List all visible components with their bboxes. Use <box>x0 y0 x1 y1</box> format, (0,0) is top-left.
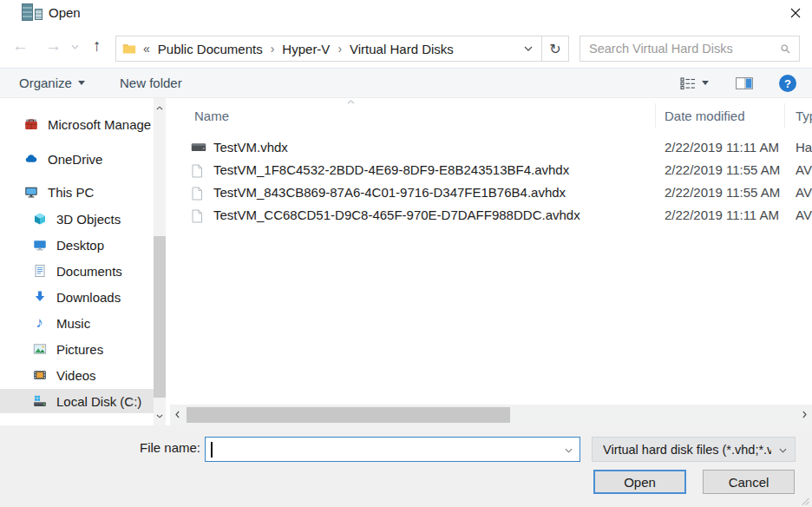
breadcrumb-overflow-chevrons[interactable]: « <box>143 42 150 56</box>
help-button[interactable]: ? <box>779 75 796 92</box>
file-date-modified: 2/22/2019 11:55 AM <box>665 185 780 200</box>
address-bar[interactable]: « Public Documents › Hyper-V › Virtual H… <box>115 36 542 62</box>
file-name-label: File name: <box>102 440 200 455</box>
sidebar-item-local-disk-c[interactable]: Local Disk (C:) <box>0 389 154 413</box>
sidebar-item-label: This PC <box>48 185 94 200</box>
hyperv-app-icon <box>22 3 44 22</box>
refresh-button[interactable]: ↻ <box>542 36 569 62</box>
sidebar-item-label: Music <box>56 316 90 331</box>
sidebar-item-label: Microsoft Manage <box>48 117 151 132</box>
folder-icon <box>122 43 136 55</box>
file-name[interactable]: TestVM_843CB869-87A6-4C01-9716-D347FE1B7… <box>213 185 566 200</box>
file-row[interactable]: TestVM_CC68CD51-D9C8-465F-970E-D7DAFF988… <box>170 205 812 227</box>
sidebar-item-pictures[interactable]: Pictures <box>0 337 154 361</box>
onedrive-cloud-icon <box>23 152 38 166</box>
search-box <box>580 36 800 62</box>
preview-pane-button[interactable] <box>736 69 753 97</box>
open-dialog: Open ← → ↑ « Public Documents › Hyper-V … <box>0 0 812 507</box>
breadcrumb-virtual-hard-disks[interactable]: Virtual Hard Disks <box>342 42 462 56</box>
file-type: AVH <box>796 162 812 177</box>
navigation-pane: Microsoft Manage OneDrive This PC 3D Obj… <box>0 98 154 425</box>
sidebar-item-music[interactable]: ♪ Music <box>0 311 154 335</box>
file-row[interactable]: TestVM.vhdx 2/22/2019 11:11 AM Ha <box>170 137 812 160</box>
resize-grip-icon[interactable] <box>801 497 809 505</box>
picture-icon <box>32 342 47 356</box>
horizontal-scrollbar[interactable] <box>170 405 812 425</box>
file-date-modified: 2/22/2019 11:55 AM <box>665 162 780 177</box>
column-header-name[interactable]: Name <box>194 109 229 123</box>
sidebar-scrollbar[interactable] <box>154 98 166 425</box>
sidebar-item-microsoft-management[interactable]: Microsoft Manage <box>0 112 154 136</box>
file-list: Name Date modified Typ TestVM.vhdx 2/22/… <box>170 98 812 405</box>
file-name[interactable]: TestVM.vhdx <box>213 140 288 155</box>
cancel-button[interactable]: Cancel <box>703 470 795 494</box>
close-button[interactable] <box>784 3 807 23</box>
search-icon <box>781 44 790 54</box>
organize-label: Organize <box>19 76 72 90</box>
close-icon <box>790 8 801 18</box>
sidebar-scrollbar-thumb[interactable] <box>154 236 166 398</box>
file-name-combobox[interactable] <box>205 437 580 462</box>
file-type-dropdown[interactable]: Virtual hard disk files (*.vhd;*.v <box>592 437 796 462</box>
horizontal-scrollbar-thumb[interactable] <box>187 407 510 423</box>
help-icon: ? <box>784 77 791 90</box>
sidebar-item-this-pc[interactable]: This PC <box>0 180 154 204</box>
file-name[interactable]: TestVM_CC68CD51-D9C8-465F-970E-D7DAFF988… <box>213 207 580 222</box>
breadcrumb-public-documents[interactable]: Public Documents <box>150 42 271 56</box>
server-icon <box>22 3 33 21</box>
new-folder-button[interactable]: New folder <box>120 69 182 97</box>
file-name[interactable]: TestVM_1F8C4532-2BDD-4E69-8DF9-E8B243513… <box>213 162 569 177</box>
up-button[interactable]: ↑ <box>93 36 102 56</box>
dropdown-caret-icon <box>702 81 709 85</box>
download-arrow-icon <box>32 290 47 304</box>
sidebar-item-videos[interactable]: Videos <box>0 363 154 387</box>
sidebar-item-desktop[interactable]: Desktop <box>0 233 154 257</box>
file-icon <box>191 164 203 178</box>
scroll-left-icon[interactable] <box>175 411 180 418</box>
sidebar-item-label: Desktop <box>56 238 104 253</box>
sidebar-item-label: Videos <box>56 368 96 383</box>
organize-button[interactable]: Organize <box>19 69 85 97</box>
server-small-icon <box>35 9 43 20</box>
column-divider[interactable] <box>784 103 785 128</box>
sidebar-item-label: 3D Objects <box>56 212 121 227</box>
column-divider[interactable] <box>655 103 656 128</box>
combobox-chevron-icon[interactable] <box>565 448 573 453</box>
cube-icon <box>32 212 47 226</box>
forward-button[interactable]: → <box>45 36 62 56</box>
dropdown-caret-icon <box>78 81 85 85</box>
scroll-right-icon[interactable] <box>802 411 807 418</box>
breadcrumb-hyper-v[interactable]: Hyper-V <box>274 42 337 56</box>
file-row[interactable]: TestVM_843CB869-87A6-4C01-9716-D347FE1B7… <box>170 182 812 205</box>
file-date-modified: 2/22/2019 11:11 AM <box>665 140 779 155</box>
address-dropdown-chevron-icon[interactable] <box>524 46 533 51</box>
sidebar-item-label: Pictures <box>56 342 103 357</box>
file-row[interactable]: TestVM_1F8C4532-2BDD-4E69-8DF9-E8B243513… <box>170 160 812 182</box>
file-type: AVH <box>796 185 812 200</box>
column-header-date-modified[interactable]: Date modified <box>665 109 745 123</box>
file-type: Ha <box>796 140 812 155</box>
title-bar: Open <box>0 0 812 26</box>
sidebar-item-downloads[interactable]: Downloads <box>0 285 154 309</box>
change-view-button[interactable] <box>680 69 709 97</box>
back-button[interactable]: ← <box>12 36 29 56</box>
recent-locations-chevron-icon[interactable] <box>71 44 79 49</box>
sidebar-item-documents[interactable]: Documents <box>0 259 154 283</box>
document-icon <box>32 264 47 278</box>
file-type: AVH <box>796 207 812 222</box>
new-folder-label: New folder <box>120 76 182 90</box>
sidebar-item-3d-objects[interactable]: 3D Objects <box>0 207 154 231</box>
column-header-type[interactable]: Typ <box>796 109 812 123</box>
file-type-value: Virtual hard disk files (*.vhd;*.v <box>603 443 771 457</box>
open-button[interactable]: Open <box>593 470 686 494</box>
window-title: Open <box>49 5 81 20</box>
computer-icon <box>23 185 38 199</box>
scroll-up-icon[interactable] <box>156 106 163 110</box>
file-icon <box>191 209 203 223</box>
sidebar-item-onedrive[interactable]: OneDrive <box>0 147 154 171</box>
preview-pane-icon <box>736 77 753 89</box>
hard-drive-icon <box>32 394 47 408</box>
scroll-down-icon[interactable] <box>156 414 163 418</box>
film-strip-icon <box>32 368 47 382</box>
search-input[interactable] <box>580 42 781 56</box>
